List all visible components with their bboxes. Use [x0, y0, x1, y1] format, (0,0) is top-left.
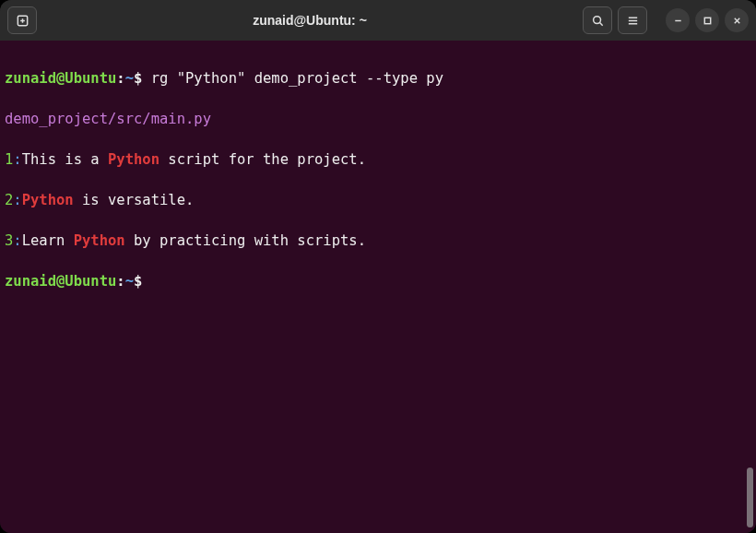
window-title: zunaid@Ubuntu: ~ [42, 13, 577, 28]
maximize-button[interactable] [695, 8, 719, 32]
search-button[interactable] [583, 6, 612, 34]
titlebar: zunaid@Ubuntu: ~ [0, 0, 756, 41]
line-number: 3 [5, 232, 13, 249]
match-line: 2:Python is versatile. [5, 190, 751, 210]
prompt-line-2: zunaid@Ubuntu:~$ [5, 271, 751, 291]
svg-point-3 [593, 16, 600, 23]
terminal-body[interactable]: zunaid@Ubuntu:~$ rg "Python" demo_projec… [0, 41, 756, 533]
line-number: 2 [5, 192, 13, 208]
match-highlight: Python [22, 192, 74, 208]
svg-rect-9 [704, 18, 710, 23]
minimize-button[interactable] [666, 8, 690, 32]
menu-button[interactable] [618, 6, 647, 34]
result-file-path: demo_project/src/main.py [5, 109, 751, 129]
new-tab-button[interactable] [7, 6, 37, 34]
svg-line-4 [599, 22, 602, 25]
close-button[interactable] [725, 8, 749, 32]
match-line: 1:This is a Python script for the projec… [5, 149, 751, 170]
match-highlight: Python [108, 151, 159, 168]
prompt-user: zunaid@Ubuntu [5, 70, 116, 87]
command-text: rg "Python" demo_project --type py [151, 70, 443, 87]
match-line: 3:Learn Python by practicing with script… [5, 231, 751, 251]
prompt-cwd: ~ [125, 70, 134, 87]
scrollbar-thumb[interactable] [747, 468, 753, 527]
prompt-line-1: zunaid@Ubuntu:~$ rg "Python" demo_projec… [5, 68, 751, 89]
line-number: 1 [5, 151, 13, 168]
terminal-window: zunaid@Ubuntu: ~ zunaid@Ubuntu:~$ rg "Py… [0, 0, 756, 533]
match-highlight: Python [74, 232, 125, 249]
